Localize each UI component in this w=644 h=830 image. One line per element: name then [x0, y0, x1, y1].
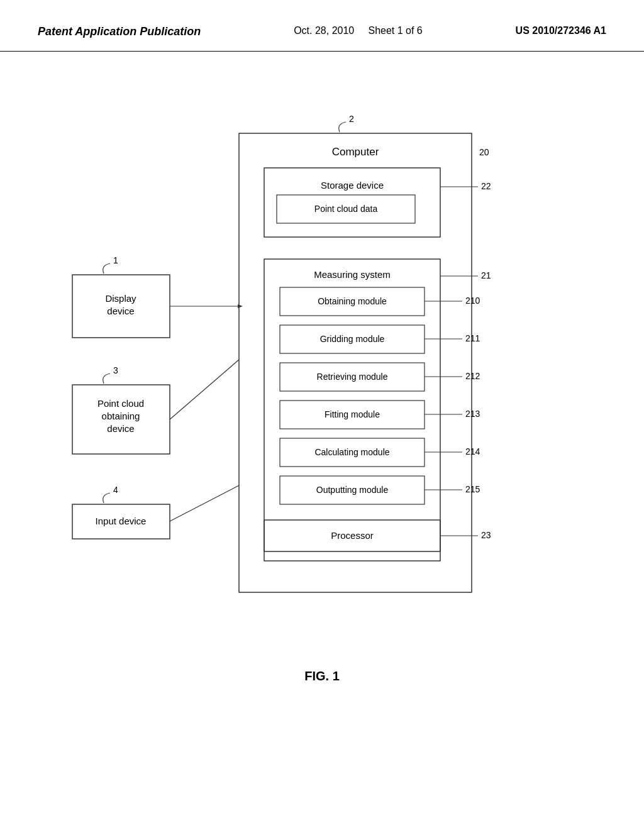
measuring-refnum: 21	[481, 270, 491, 280]
fitting-label: Fitting module	[325, 409, 380, 419]
publication-title: Patent Application Publication	[38, 25, 201, 38]
display-label: Display	[105, 293, 136, 304]
figure-label: FIG. 1	[304, 669, 340, 683]
input-label: Input device	[96, 516, 147, 526]
svg-rect-2	[264, 168, 440, 237]
svg-line-27	[170, 485, 239, 521]
sheet-info: Sheet 1 of 6	[368, 25, 422, 36]
publication-date-sheet: Oct. 28, 2010 Sheet 1 of 6	[294, 25, 423, 36]
outputting-label: Outputting module	[316, 485, 389, 495]
pco-ref: 3	[113, 365, 118, 375]
measuring-label: Measuring system	[314, 269, 391, 280]
retrieving-refnum: 212	[465, 371, 480, 381]
fitting-refnum: 213	[465, 409, 480, 419]
point-cloud-data-label: Point cloud data	[314, 204, 378, 214]
publication-date: Oct. 28, 2010	[294, 25, 354, 36]
pco-label1: Point cloud	[97, 398, 144, 409]
gridding-refnum: 211	[465, 333, 480, 343]
pco-label3: device	[107, 423, 134, 434]
calculating-refnum: 214	[465, 446, 480, 456]
input-ref: 4	[113, 485, 118, 495]
processor-refnum: 23	[481, 530, 491, 540]
computer-ref: 2	[349, 114, 354, 124]
computer-label: Computer	[332, 146, 379, 158]
computer-refnum: 20	[479, 147, 489, 157]
outputting-refnum: 215	[465, 484, 480, 494]
storage-refnum: 22	[481, 181, 491, 191]
processor-label: Processor	[331, 530, 374, 541]
diagram-svg: Computer 2 20 Storage device Point cloud…	[0, 52, 644, 743]
svg-line-25	[170, 360, 239, 419]
display-ref: 1	[113, 255, 118, 265]
retrieving-label: Retrieving module	[317, 372, 388, 382]
patent-number: US 2010/272346 A1	[516, 25, 606, 36]
obtaining-refnum: 210	[465, 296, 480, 306]
gridding-label: Gridding module	[320, 334, 385, 344]
page-header: Patent Application Publication Oct. 28, …	[0, 0, 644, 52]
diagram-area: Computer 2 20 Storage device Point cloud…	[0, 52, 644, 743]
svg-marker-23	[238, 304, 243, 308]
storage-label: Storage device	[321, 180, 384, 191]
pco-label2: obtaining	[102, 411, 140, 421]
calculating-label: Calculating module	[314, 447, 389, 457]
display-label2: device	[107, 306, 134, 316]
obtaining-label: Obtaining module	[318, 296, 387, 306]
